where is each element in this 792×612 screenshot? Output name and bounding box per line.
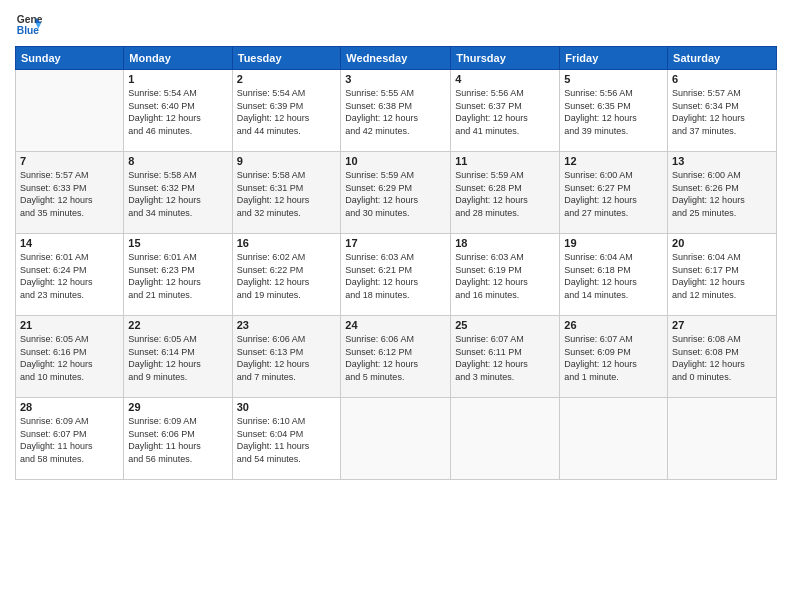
- day-number: 17: [345, 237, 446, 249]
- calendar-week-row: 14Sunrise: 6:01 AM Sunset: 6:24 PM Dayli…: [16, 234, 777, 316]
- day-info: Sunrise: 6:00 AM Sunset: 6:26 PM Dayligh…: [672, 169, 772, 219]
- calendar-cell: 28Sunrise: 6:09 AM Sunset: 6:07 PM Dayli…: [16, 398, 124, 480]
- day-info: Sunrise: 6:06 AM Sunset: 6:12 PM Dayligh…: [345, 333, 446, 383]
- weekday-header-monday: Monday: [124, 47, 232, 70]
- day-number: 23: [237, 319, 337, 331]
- day-info: Sunrise: 6:03 AM Sunset: 6:19 PM Dayligh…: [455, 251, 555, 301]
- logo: General Blue: [15, 10, 43, 38]
- day-number: 11: [455, 155, 555, 167]
- calendar-cell: 1Sunrise: 5:54 AM Sunset: 6:40 PM Daylig…: [124, 70, 232, 152]
- calendar-cell: 13Sunrise: 6:00 AM Sunset: 6:26 PM Dayli…: [668, 152, 777, 234]
- day-number: 10: [345, 155, 446, 167]
- day-number: 5: [564, 73, 663, 85]
- weekday-header-wednesday: Wednesday: [341, 47, 451, 70]
- day-info: Sunrise: 5:57 AM Sunset: 6:34 PM Dayligh…: [672, 87, 772, 137]
- day-info: Sunrise: 5:58 AM Sunset: 6:32 PM Dayligh…: [128, 169, 227, 219]
- svg-text:Blue: Blue: [17, 25, 40, 36]
- calendar-cell: 25Sunrise: 6:07 AM Sunset: 6:11 PM Dayli…: [451, 316, 560, 398]
- day-number: 28: [20, 401, 119, 413]
- calendar-cell: 22Sunrise: 6:05 AM Sunset: 6:14 PM Dayli…: [124, 316, 232, 398]
- day-info: Sunrise: 6:03 AM Sunset: 6:21 PM Dayligh…: [345, 251, 446, 301]
- day-info: Sunrise: 5:59 AM Sunset: 6:29 PM Dayligh…: [345, 169, 446, 219]
- day-number: 30: [237, 401, 337, 413]
- day-info: Sunrise: 6:04 AM Sunset: 6:17 PM Dayligh…: [672, 251, 772, 301]
- day-info: Sunrise: 6:04 AM Sunset: 6:18 PM Dayligh…: [564, 251, 663, 301]
- day-number: 20: [672, 237, 772, 249]
- day-number: 24: [345, 319, 446, 331]
- calendar-cell: 6Sunrise: 5:57 AM Sunset: 6:34 PM Daylig…: [668, 70, 777, 152]
- day-number: 4: [455, 73, 555, 85]
- calendar-cell: 11Sunrise: 5:59 AM Sunset: 6:28 PM Dayli…: [451, 152, 560, 234]
- calendar-cell: 30Sunrise: 6:10 AM Sunset: 6:04 PM Dayli…: [232, 398, 341, 480]
- day-info: Sunrise: 6:09 AM Sunset: 6:07 PM Dayligh…: [20, 415, 119, 465]
- calendar-cell: 9Sunrise: 5:58 AM Sunset: 6:31 PM Daylig…: [232, 152, 341, 234]
- day-number: 22: [128, 319, 227, 331]
- calendar-cell: 23Sunrise: 6:06 AM Sunset: 6:13 PM Dayli…: [232, 316, 341, 398]
- header: General Blue: [15, 10, 777, 38]
- weekday-header-friday: Friday: [560, 47, 668, 70]
- day-info: Sunrise: 5:57 AM Sunset: 6:33 PM Dayligh…: [20, 169, 119, 219]
- calendar-cell: 5Sunrise: 5:56 AM Sunset: 6:35 PM Daylig…: [560, 70, 668, 152]
- day-info: Sunrise: 6:08 AM Sunset: 6:08 PM Dayligh…: [672, 333, 772, 383]
- calendar-cell: 3Sunrise: 5:55 AM Sunset: 6:38 PM Daylig…: [341, 70, 451, 152]
- day-number: 16: [237, 237, 337, 249]
- day-number: 14: [20, 237, 119, 249]
- day-number: 19: [564, 237, 663, 249]
- calendar-cell: 4Sunrise: 5:56 AM Sunset: 6:37 PM Daylig…: [451, 70, 560, 152]
- day-number: 25: [455, 319, 555, 331]
- day-number: 26: [564, 319, 663, 331]
- weekday-header-tuesday: Tuesday: [232, 47, 341, 70]
- calendar-week-row: 7Sunrise: 5:57 AM Sunset: 6:33 PM Daylig…: [16, 152, 777, 234]
- calendar-cell: 17Sunrise: 6:03 AM Sunset: 6:21 PM Dayli…: [341, 234, 451, 316]
- calendar-cell: [560, 398, 668, 480]
- calendar-week-row: 1Sunrise: 5:54 AM Sunset: 6:40 PM Daylig…: [16, 70, 777, 152]
- calendar-cell: [341, 398, 451, 480]
- calendar-cell: 29Sunrise: 6:09 AM Sunset: 6:06 PM Dayli…: [124, 398, 232, 480]
- calendar-cell: 12Sunrise: 6:00 AM Sunset: 6:27 PM Dayli…: [560, 152, 668, 234]
- calendar-cell: 24Sunrise: 6:06 AM Sunset: 6:12 PM Dayli…: [341, 316, 451, 398]
- day-number: 2: [237, 73, 337, 85]
- day-info: Sunrise: 6:07 AM Sunset: 6:09 PM Dayligh…: [564, 333, 663, 383]
- day-info: Sunrise: 5:56 AM Sunset: 6:37 PM Dayligh…: [455, 87, 555, 137]
- day-info: Sunrise: 5:54 AM Sunset: 6:40 PM Dayligh…: [128, 87, 227, 137]
- day-number: 21: [20, 319, 119, 331]
- page: General Blue SundayMondayTuesdayWednesda…: [0, 0, 792, 612]
- calendar-cell: 18Sunrise: 6:03 AM Sunset: 6:19 PM Dayli…: [451, 234, 560, 316]
- logo-icon: General Blue: [15, 10, 43, 38]
- day-info: Sunrise: 6:01 AM Sunset: 6:24 PM Dayligh…: [20, 251, 119, 301]
- day-info: Sunrise: 5:54 AM Sunset: 6:39 PM Dayligh…: [237, 87, 337, 137]
- calendar-cell: 15Sunrise: 6:01 AM Sunset: 6:23 PM Dayli…: [124, 234, 232, 316]
- day-info: Sunrise: 6:01 AM Sunset: 6:23 PM Dayligh…: [128, 251, 227, 301]
- day-number: 8: [128, 155, 227, 167]
- calendar-cell: 27Sunrise: 6:08 AM Sunset: 6:08 PM Dayli…: [668, 316, 777, 398]
- day-info: Sunrise: 5:55 AM Sunset: 6:38 PM Dayligh…: [345, 87, 446, 137]
- day-info: Sunrise: 5:59 AM Sunset: 6:28 PM Dayligh…: [455, 169, 555, 219]
- calendar-cell: 20Sunrise: 6:04 AM Sunset: 6:17 PM Dayli…: [668, 234, 777, 316]
- calendar-week-row: 21Sunrise: 6:05 AM Sunset: 6:16 PM Dayli…: [16, 316, 777, 398]
- calendar-cell: [668, 398, 777, 480]
- weekday-header-saturday: Saturday: [668, 47, 777, 70]
- day-info: Sunrise: 5:56 AM Sunset: 6:35 PM Dayligh…: [564, 87, 663, 137]
- day-info: Sunrise: 6:10 AM Sunset: 6:04 PM Dayligh…: [237, 415, 337, 465]
- day-number: 7: [20, 155, 119, 167]
- weekday-header-thursday: Thursday: [451, 47, 560, 70]
- calendar-cell: 21Sunrise: 6:05 AM Sunset: 6:16 PM Dayli…: [16, 316, 124, 398]
- day-number: 9: [237, 155, 337, 167]
- calendar-cell: [451, 398, 560, 480]
- day-number: 18: [455, 237, 555, 249]
- day-number: 3: [345, 73, 446, 85]
- day-info: Sunrise: 6:07 AM Sunset: 6:11 PM Dayligh…: [455, 333, 555, 383]
- day-info: Sunrise: 6:00 AM Sunset: 6:27 PM Dayligh…: [564, 169, 663, 219]
- day-info: Sunrise: 5:58 AM Sunset: 6:31 PM Dayligh…: [237, 169, 337, 219]
- weekday-header-sunday: Sunday: [16, 47, 124, 70]
- day-number: 29: [128, 401, 227, 413]
- calendar-cell: 19Sunrise: 6:04 AM Sunset: 6:18 PM Dayli…: [560, 234, 668, 316]
- calendar-cell: 26Sunrise: 6:07 AM Sunset: 6:09 PM Dayli…: [560, 316, 668, 398]
- weekday-header-row: SundayMondayTuesdayWednesdayThursdayFrid…: [16, 47, 777, 70]
- calendar-cell: 2Sunrise: 5:54 AM Sunset: 6:39 PM Daylig…: [232, 70, 341, 152]
- calendar-cell: 8Sunrise: 5:58 AM Sunset: 6:32 PM Daylig…: [124, 152, 232, 234]
- day-info: Sunrise: 6:09 AM Sunset: 6:06 PM Dayligh…: [128, 415, 227, 465]
- day-info: Sunrise: 6:02 AM Sunset: 6:22 PM Dayligh…: [237, 251, 337, 301]
- calendar-cell: 7Sunrise: 5:57 AM Sunset: 6:33 PM Daylig…: [16, 152, 124, 234]
- calendar-cell: 10Sunrise: 5:59 AM Sunset: 6:29 PM Dayli…: [341, 152, 451, 234]
